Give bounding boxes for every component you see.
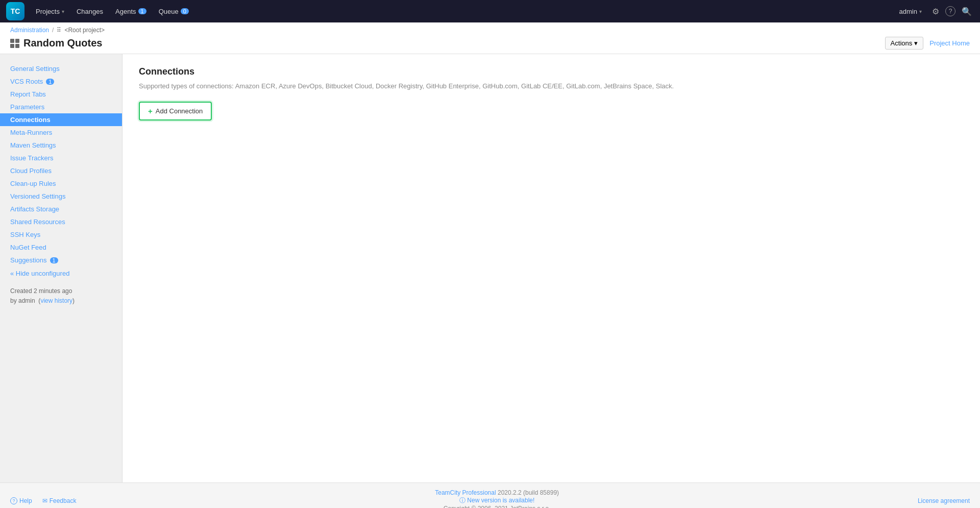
- help-icon[interactable]: ?: [945, 6, 955, 16]
- vcs-roots-badge: 1: [46, 79, 54, 85]
- sidebar-item-suggestions[interactable]: Suggestions 1: [0, 254, 122, 267]
- admin-chevron-icon: ▾: [919, 9, 922, 14]
- page-header: Administration / ⠿ <Root project> Random…: [0, 22, 980, 54]
- sidebar-item-issue-trackers[interactable]: Issue Trackers: [0, 152, 122, 164]
- breadcrumb-sep: /: [52, 27, 54, 34]
- actions-button[interactable]: Actions ▾: [885, 37, 924, 50]
- footer-left: ? Help ✉ Feedback: [10, 497, 76, 504]
- created-text: Created 2 minutes ago: [10, 286, 112, 296]
- breadcrumb-root: <Root project>: [64, 27, 105, 34]
- queue-badge: 0: [181, 8, 189, 14]
- help-circle-icon: ?: [10, 497, 17, 504]
- nav-left: TC Projects ▾ Changes Agents 1 Queue 0: [6, 2, 194, 20]
- search-icon[interactable]: 🔍: [960, 5, 974, 18]
- view-history-link[interactable]: view history: [40, 297, 72, 304]
- sidebar-item-parameters[interactable]: Parameters: [0, 101, 122, 113]
- sidebar-meta: Created 2 minutes ago by admin (view his…: [0, 280, 122, 312]
- sidebar-item-report-tabs[interactable]: Report Tabs: [0, 88, 122, 101]
- nav-queue[interactable]: Queue 0: [154, 6, 194, 17]
- sidebar-item-vcs-roots[interactable]: VCS Roots 1: [0, 75, 122, 88]
- sidebar-item-connections[interactable]: Connections: [0, 113, 122, 126]
- sidebar-item-cloud-profiles[interactable]: Cloud Profiles: [0, 164, 122, 177]
- gear-icon[interactable]: ⚙: [930, 5, 941, 18]
- copyright-text: Copyright © 2006–2021 JetBrains s.r.o.: [444, 505, 551, 508]
- sidebar-item-shared-resources[interactable]: Shared Resources: [0, 215, 122, 228]
- actions-chevron-icon: ▾: [914, 39, 918, 47]
- sidebar-item-versioned-settings[interactable]: Versioned Settings: [0, 190, 122, 203]
- sidebar-item-maven-settings[interactable]: Maven Settings: [0, 139, 122, 152]
- page-title-row: Random Quotes Actions ▾ Project Home: [10, 37, 970, 54]
- feedback-link[interactable]: ✉ Feedback: [42, 497, 77, 504]
- product-link[interactable]: TeamCity Professional: [435, 489, 496, 496]
- sidebar-item-meta-runners[interactable]: Meta-Runners: [0, 126, 122, 139]
- root-project-icon: ⠿: [57, 27, 61, 34]
- breadcrumb: Administration / ⠿ <Root project>: [10, 27, 970, 34]
- footer-center: TeamCity Professional 2020.2.2 (build 85…: [76, 489, 918, 508]
- project-home-link[interactable]: Project Home: [929, 39, 970, 47]
- nav-projects[interactable]: Projects ▾: [31, 6, 69, 17]
- add-icon: +: [148, 107, 153, 115]
- help-link[interactable]: ? Help: [10, 497, 32, 504]
- agents-badge: 1: [138, 8, 146, 14]
- hide-unconfigured-link[interactable]: « Hide unconfigured: [0, 267, 122, 280]
- nav-changes[interactable]: Changes: [71, 6, 108, 17]
- connections-title: Connections: [139, 66, 964, 77]
- main-layout: General Settings VCS Roots 1 Report Tabs…: [0, 54, 980, 482]
- page-title-grid-icon: [10, 39, 19, 48]
- nav-agents[interactable]: Agents 1: [110, 6, 152, 17]
- connections-description: Supported types of connections: Amazon E…: [139, 81, 964, 91]
- admin-menu[interactable]: admin ▾: [895, 6, 926, 17]
- breadcrumb-admin-link[interactable]: Administration: [10, 27, 49, 34]
- sidebar-item-general-settings[interactable]: General Settings: [0, 62, 122, 75]
- page-actions: Actions ▾ Project Home: [885, 37, 970, 50]
- page-title: Random Quotes: [10, 37, 102, 49]
- sidebar-item-ssh-keys[interactable]: SSH Keys: [0, 228, 122, 241]
- new-version-link[interactable]: ⓘ New version is available!: [459, 497, 534, 504]
- nav-right: admin ▾ ⚙ ? 🔍: [895, 5, 974, 18]
- created-by: by admin (view history): [10, 296, 112, 306]
- top-nav: TC Projects ▾ Changes Agents 1 Queue 0 a…: [0, 0, 980, 22]
- footer-right: License agreement: [918, 497, 970, 504]
- tc-logo: TC: [6, 2, 24, 20]
- sidebar: General Settings VCS Roots 1 Report Tabs…: [0, 54, 122, 482]
- suggestions-badge: 1: [50, 257, 58, 263]
- add-connection-button[interactable]: + Add Connection: [139, 102, 212, 120]
- footer: ? Help ✉ Feedback TeamCity Professional …: [0, 482, 980, 508]
- license-agreement-link[interactable]: License agreement: [918, 497, 970, 504]
- projects-chevron-icon: ▾: [62, 9, 64, 14]
- sidebar-item-nuget-feed[interactable]: NuGet Feed: [0, 241, 122, 254]
- feedback-email-icon: ✉: [42, 497, 47, 504]
- main-content: Connections Supported types of connectio…: [122, 54, 980, 482]
- sidebar-item-artifacts-storage[interactable]: Artifacts Storage: [0, 203, 122, 215]
- sidebar-item-cleanup-rules[interactable]: Clean-up Rules: [0, 177, 122, 190]
